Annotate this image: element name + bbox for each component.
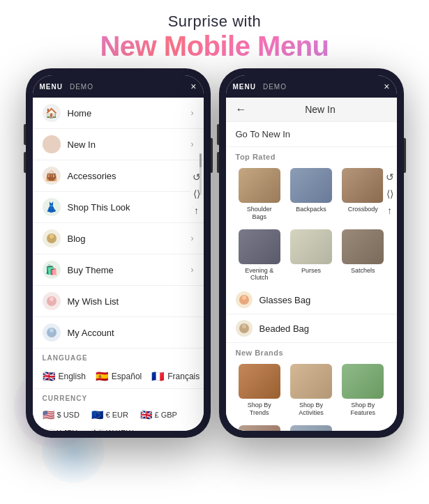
svg-point-1 [50, 234, 54, 238]
product-crossbody[interactable]: Crossbody [339, 168, 386, 221]
menu-item-wish-list[interactable]: My Wish List [33, 286, 204, 317]
scroll-thumb-left [200, 153, 202, 167]
new-brands-grid-row1: Shop ByTrends Shop ByActivities Shop ByF… [226, 360, 397, 421]
menu-bar-left: MENU DEMO × [33, 75, 204, 98]
menu-content-right: ← New In Go To New In Top Rated Shoulder… [226, 98, 397, 431]
product-shop-activities[interactable]: Shop ByActivities [287, 364, 335, 417]
currency-jpy[interactable]: 🇯🇵 ¥ JPY [43, 427, 84, 431]
currency-jpy-label: ¥ JPY [57, 429, 77, 431]
phone-volume-btn-1 [24, 124, 26, 145]
blog-icon [43, 229, 61, 247]
glasses-bag-item[interactable]: Glasses Bag [226, 286, 397, 314]
wish-list-icon [43, 292, 61, 310]
shoulder-bags-label: ShoulderBags [247, 206, 272, 221]
menu-item-blog-label: Blog [68, 234, 191, 244]
side-icons-right: ↺ ⟨⟩ ↑ [383, 167, 397, 220]
beaded-bag-item[interactable]: Beaded Bag [226, 314, 397, 343]
glasses-bag-icon [236, 291, 253, 308]
back-button[interactable]: ← [236, 103, 247, 116]
menu-item-shop-this-look[interactable]: 👗 Shop This Look › [33, 192, 204, 223]
currency-section-header: CURRENCY [33, 389, 204, 405]
menu-item-my-account-label: My Account [68, 328, 194, 338]
svg-point-9 [242, 324, 246, 328]
menu-item-home-label: Home [68, 108, 191, 119]
satchels-label: Satchels [351, 267, 375, 275]
menu-bar-right: MENU DEMO × [226, 75, 397, 98]
purses-label: Purses [301, 267, 321, 275]
flag-es: 🇪🇸 [96, 370, 109, 383]
language-section-header: LANGUAGE [33, 349, 204, 365]
go-to-new-in-link[interactable]: Go To New In [226, 122, 397, 147]
phone-volume-btn-2 [24, 152, 26, 173]
menu-item-blog[interactable]: Blog › [33, 223, 204, 254]
satchels-img [342, 229, 384, 264]
home-icon: 🏠 [43, 104, 61, 122]
currency-row: 🇺🇸 $ USD 🇪🇺 € EUR 🇬🇧 £ GBP 🇯🇵 ¥ JPY [33, 405, 204, 431]
currency-gbp[interactable]: 🇬🇧 £ GBP [140, 409, 182, 420]
svg-point-3 [50, 297, 54, 301]
new-brands-grid-row2: Shop ByT... Shop ByCategories [226, 421, 397, 431]
backpacks-img [290, 168, 332, 203]
currency-eur-label: € EUR [106, 411, 128, 419]
shop-categories-img [290, 425, 332, 431]
menu-item-buy-theme[interactable]: 🛍️ Buy Theme › [33, 254, 204, 286]
flag-jpy: 🇯🇵 [43, 427, 54, 431]
phone-right: MENU DEMO × ← New In Go To New In Top Ra… [219, 68, 404, 438]
product-grid-row1: ShoulderBags Backpacks Crossbody [226, 164, 397, 225]
header-subtitle: Surprise with [0, 13, 429, 31]
product-grid-row2: Evening &Clutch Purses Satchels [226, 225, 397, 287]
menu-item-new-in-label: New In [68, 139, 191, 150]
accessories-icon: 👜 [43, 167, 61, 185]
shop-features-img [342, 364, 384, 399]
menu-item-new-in[interactable]: New In › [33, 129, 204, 160]
scroll-bar-left [200, 153, 202, 195]
currency-krw[interactable]: 🇰🇷 ₩ KRW [91, 427, 134, 431]
beaded-bag-icon [236, 320, 253, 337]
scroll-up-icon[interactable]: ↑ [193, 205, 201, 216]
product-evening-clutch[interactable]: Evening &Clutch [236, 229, 283, 282]
scroll-up-icon-right[interactable]: ↑ [386, 205, 394, 216]
lang-french-label: Français [167, 372, 200, 381]
currency-usd-label: $ USD [57, 411, 80, 419]
product-purses[interactable]: Purses [287, 229, 335, 282]
product-backpacks[interactable]: Backpacks [287, 168, 335, 221]
shop-by-t-img [239, 425, 280, 431]
new-in-icon [43, 135, 61, 153]
currency-usd[interactable]: 🇺🇸 $ USD [43, 409, 84, 420]
share-icon-right[interactable]: ⟨⟩ [386, 188, 394, 199]
top-rated-section: Top Rated [226, 147, 397, 164]
lang-french[interactable]: 🇫🇷 Français [151, 370, 200, 383]
currency-eur[interactable]: 🇪🇺 € EUR [91, 409, 133, 420]
lang-spanish-label: Español [112, 372, 142, 381]
phone-left: MENU DEMO × 🏠 Home › New In › [26, 68, 211, 438]
flag-fr: 🇫🇷 [151, 370, 165, 383]
product-shoulder-bags[interactable]: ShoulderBags [236, 168, 283, 221]
phones-container: MENU DEMO × 🏠 Home › New In › [0, 68, 429, 438]
lang-spanish[interactable]: 🇪🇸 Español [96, 370, 142, 383]
phone-right-screen: MENU DEMO × ← New In Go To New In Top Ra… [226, 75, 397, 431]
lang-english[interactable]: 🇬🇧 English [43, 370, 86, 383]
shop-features-label: Shop ByFeatures [351, 402, 376, 417]
home-arrow-icon: › [191, 108, 194, 118]
menu-item-home[interactable]: 🏠 Home › [33, 98, 204, 129]
menu-item-wish-list-label: My Wish List [68, 296, 194, 307]
refresh-icon-right[interactable]: ↺ [386, 171, 394, 183]
product-shop-features[interactable]: Shop ByFeatures [339, 364, 386, 417]
product-shop-categories[interactable]: Shop ByCategories [287, 425, 335, 431]
menu-item-my-account[interactable]: My Account [33, 317, 204, 349]
menu-item-accessories-label: Accessories [68, 171, 191, 181]
shoulder-bags-img [239, 168, 280, 203]
close-button-right[interactable]: × [384, 81, 389, 92]
product-satchels[interactable]: Satchels [339, 229, 386, 282]
buy-theme-arrow-icon: › [191, 265, 194, 275]
page-header: Surprise with New Mobile Menu [0, 0, 429, 68]
shop-trends-img [239, 364, 280, 399]
product-shop-by-t[interactable]: Shop ByT... [236, 425, 283, 431]
beaded-bag-label: Beaded Bag [259, 323, 387, 334]
close-button-left[interactable]: × [190, 81, 196, 92]
product-shop-trends[interactable]: Shop ByTrends [236, 364, 283, 417]
menu-item-accessories[interactable]: 👜 Accessories › [33, 160, 204, 192]
flag-gbp: 🇬🇧 [140, 409, 152, 420]
phone-left-screen: MENU DEMO × 🏠 Home › New In › [33, 75, 204, 431]
shop-trends-label: Shop ByTrends [248, 402, 271, 417]
